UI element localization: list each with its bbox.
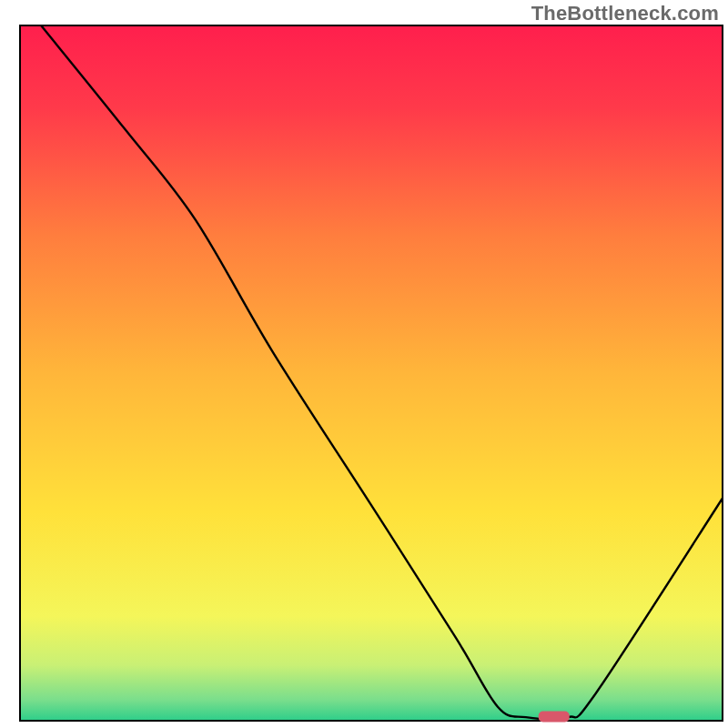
chart-canvas (0, 0, 728, 728)
optimal-marker (539, 711, 570, 722)
chart-stage: TheBottleneck.com (0, 0, 728, 728)
